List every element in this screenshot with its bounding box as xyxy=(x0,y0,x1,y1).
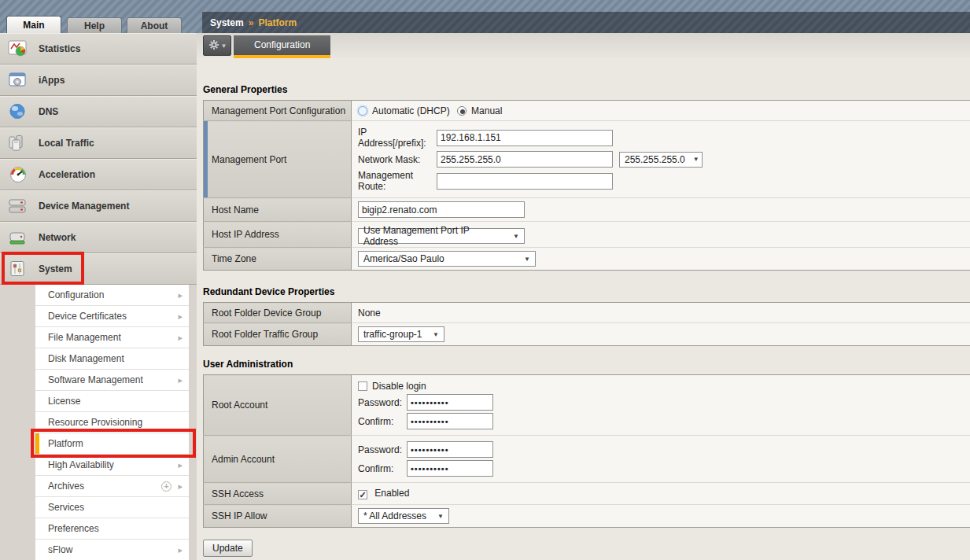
management-route-input[interactable] xyxy=(437,173,613,190)
row-label: Admin Account xyxy=(204,436,352,483)
user-administration-table: Root Account Disable login Password: Con… xyxy=(203,374,970,528)
section-title-redundant-device-properties: Redundant Device Properties xyxy=(203,286,970,297)
dropdown-caret-icon: ▾ xyxy=(222,42,226,50)
submenu-item-software-management[interactable]: Software Management ▸ xyxy=(35,370,189,391)
table-row: Root Account Disable login Password: Con… xyxy=(204,375,970,436)
submenu-item-label: Platform xyxy=(48,438,83,449)
row-label: Time Zone xyxy=(204,248,352,271)
table-row: Root Folder Traffic Group traffic-group-… xyxy=(204,323,970,346)
disable-login-checkbox[interactable] xyxy=(358,381,367,391)
breadcrumb-page: Platform xyxy=(258,17,297,28)
submenu-item-label: Configuration xyxy=(48,289,104,300)
options-gear-button[interactable]: ▾ xyxy=(203,35,231,56)
host-name-input[interactable] xyxy=(358,201,525,218)
section-title-general-properties: General Properties xyxy=(203,84,970,95)
ip-address-label: IP Address[/prefix]: xyxy=(358,127,437,149)
sidebar-item-system[interactable]: System xyxy=(0,253,197,285)
submenu-item-label: File Management xyxy=(48,332,121,343)
confirm-label: Confirm: xyxy=(358,463,407,474)
submenu-item-platform[interactable]: Platform xyxy=(35,433,189,455)
submenu-item-sflow[interactable]: sFlow ▸ xyxy=(35,540,189,560)
row-label: Host IP Address xyxy=(204,222,352,248)
local-traffic-icon xyxy=(8,134,28,153)
network-mask-select[interactable]: 255.255.255.0 ▼ xyxy=(619,152,703,168)
chevron-right-icon: ▸ xyxy=(178,540,183,560)
time-zone-select[interactable]: America/Sao Paulo ▼ xyxy=(358,251,536,267)
tab-about[interactable]: About xyxy=(127,17,182,33)
breadcrumb-separator: » xyxy=(249,17,254,28)
root-confirm-input[interactable] xyxy=(407,413,493,429)
row-label: Management Port xyxy=(204,121,352,198)
sidebar-item-device-management[interactable]: Device Management xyxy=(0,190,197,222)
table-row: Root Folder Device Group None xyxy=(204,303,970,323)
add-archive-icon[interactable]: + xyxy=(161,481,172,492)
admin-confirm-input[interactable] xyxy=(407,460,493,477)
tab-help[interactable]: Help xyxy=(67,17,122,33)
sidebar-item-network[interactable]: Network xyxy=(0,222,197,253)
sidebar-item-statistics[interactable]: Statistics xyxy=(0,33,197,64)
update-button[interactable]: Update xyxy=(203,540,253,557)
submenu-item-label: Preferences xyxy=(48,523,99,534)
main-content: General Properties Management Port Confi… xyxy=(197,58,970,560)
row-label: Root Folder Device Group xyxy=(204,303,352,323)
general-properties-table: Management Port Configuration Automatic … xyxy=(203,100,970,271)
submenu-item-file-management[interactable]: File Management ▸ xyxy=(35,327,189,348)
ssh-access-checkbox[interactable]: ✓ xyxy=(358,490,367,499)
submenu-item-label: Device Certificates xyxy=(48,311,127,322)
acceleration-icon xyxy=(8,165,28,184)
sidebar-item-label: Device Management xyxy=(39,201,129,212)
sidebar-item-acceleration[interactable]: Acceleration xyxy=(0,159,197,190)
network-icon xyxy=(8,228,28,247)
sidebar-item-local-traffic[interactable]: Local Traffic xyxy=(0,127,197,159)
table-row: Host IP Address Use Management Port IP A… xyxy=(204,222,970,248)
submenu-item-disk-management[interactable]: Disk Management xyxy=(35,348,189,370)
chevron-right-icon: ▸ xyxy=(178,455,183,476)
submenu-item-license[interactable]: License xyxy=(35,391,189,412)
root-folder-device-group-value: None xyxy=(358,308,381,319)
network-mask-label: Network Mask: xyxy=(358,154,437,165)
page-tab-strip: ▾ Configuration xyxy=(197,33,970,58)
statistics-icon xyxy=(8,39,28,58)
submenu-item-device-certificates[interactable]: Device Certificates ▸ xyxy=(35,306,189,327)
submenu-item-services[interactable]: Services xyxy=(35,497,189,518)
submenu-item-preferences[interactable]: Preferences xyxy=(35,518,189,540)
select-arrow-icon: ▼ xyxy=(513,233,519,240)
sidebar-item-label: Local Traffic xyxy=(39,138,94,149)
row-label: Management Port Configuration xyxy=(204,101,352,121)
bigip-platform-page: Main Help About System » Platform ▾ xyxy=(0,0,970,560)
sidebar-item-iapps[interactable]: iApps xyxy=(0,64,197,96)
tab-configuration[interactable]: Configuration xyxy=(234,35,330,58)
row-label: Root Folder Traffic Group xyxy=(204,323,352,346)
submenu-item-label: sFlow xyxy=(48,544,72,555)
password-label: Password: xyxy=(358,444,407,455)
dns-icon xyxy=(8,102,28,121)
submenu-item-archives[interactable]: Archives + ▸ xyxy=(35,476,189,497)
submenu-item-high-availability[interactable]: High Availability ▸ xyxy=(35,455,189,476)
sidebar-item-label: Statistics xyxy=(39,43,80,54)
ip-address-input[interactable] xyxy=(437,130,613,146)
confirm-label: Confirm: xyxy=(358,416,407,427)
table-row: SSH IP Allow * All Addresses ▼ xyxy=(204,505,970,528)
section-title-user-administration: User Administration xyxy=(203,359,970,370)
row-label: SSH IP Allow xyxy=(204,505,352,528)
submenu-item-configuration[interactable]: Configuration ▸ xyxy=(35,285,189,306)
root-password-input[interactable] xyxy=(407,394,493,411)
breadcrumb-system-link[interactable]: System xyxy=(210,17,244,28)
root-folder-traffic-group-select[interactable]: traffic-group-1 ▼ xyxy=(358,326,444,342)
sidebar-item-dns[interactable]: DNS xyxy=(0,96,197,127)
radio-automatic-dhcp[interactable] xyxy=(358,106,367,116)
chevron-right-icon: ▸ xyxy=(178,327,183,348)
iapps-icon xyxy=(8,71,28,90)
submenu-item-label: Services xyxy=(48,502,84,513)
radio-manual[interactable] xyxy=(457,106,467,116)
host-ip-address-select[interactable]: Use Management Port IP Address ▼ xyxy=(358,228,525,244)
submenu-item-resource-provisioning[interactable]: Resource Provisioning xyxy=(35,412,189,433)
row-label: Host Name xyxy=(204,198,352,222)
management-route-label: Management Route: xyxy=(358,170,437,192)
ssh-ip-allow-select[interactable]: * All Addresses ▼ xyxy=(358,508,449,524)
network-mask-input[interactable] xyxy=(437,151,613,168)
chevron-right-icon: ▸ xyxy=(178,370,183,391)
admin-password-input[interactable] xyxy=(407,441,493,458)
tab-main[interactable]: Main xyxy=(6,16,61,33)
gear-icon xyxy=(208,39,219,53)
